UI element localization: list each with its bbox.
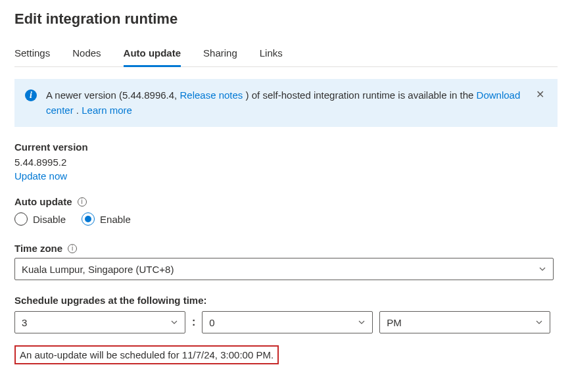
auto-update-label: Auto update i <box>14 196 558 207</box>
tab-sharing[interactable]: Sharing <box>203 43 237 67</box>
schedule-hour-select[interactable]: 3 <box>14 311 185 333</box>
tab-settings[interactable]: Settings <box>14 43 50 67</box>
banner-text: A newer version (5.44.8996.4, Release no… <box>46 88 524 118</box>
chevron-down-icon <box>170 317 178 328</box>
banner-prefix: A newer version (5.44.8996.4, <box>46 89 179 101</box>
auto-update-radio-group: Disable Enable <box>14 212 558 226</box>
time-zone-select[interactable]: Kuala Lumpur, Singapore (UTC+8) <box>14 258 554 280</box>
chevron-down-icon <box>535 317 543 328</box>
info-help-icon[interactable]: i <box>78 197 87 207</box>
close-icon[interactable]: ✕ <box>533 88 547 101</box>
tab-nodes[interactable]: Nodes <box>72 43 101 67</box>
time-zone-label: Time zone i <box>14 243 558 254</box>
auto-update-label-text: Auto update <box>14 196 72 207</box>
time-colon: : <box>192 316 195 328</box>
schedule-label: Schedule upgrades at the following time: <box>14 295 558 306</box>
tabs-bar: Settings Nodes Auto update Sharing Links <box>14 43 558 67</box>
radio-disable[interactable]: Disable <box>14 212 66 226</box>
banner-dot: . <box>74 105 82 116</box>
time-zone-label-text: Time zone <box>14 243 62 254</box>
radio-enable-label: Enable <box>100 214 131 225</box>
tab-links[interactable]: Links <box>260 43 283 67</box>
learn-more-link[interactable]: Learn more <box>82 105 132 116</box>
schedule-ampm-select[interactable]: PM <box>379 311 550 333</box>
release-notes-link[interactable]: Release notes <box>179 89 243 101</box>
schedule-row: 3 : 0 PM <box>14 311 558 333</box>
radio-enable-circle <box>82 212 95 226</box>
scheduled-message: An auto-update will be scheduled for 11/… <box>14 345 279 364</box>
radio-disable-circle <box>14 212 28 226</box>
schedule-ampm-value: PM <box>387 317 402 328</box>
update-now-link[interactable]: Update now <box>14 170 67 182</box>
current-version-value: 5.44.8995.2 <box>14 157 558 168</box>
chevron-down-icon <box>358 317 366 328</box>
info-icon: i <box>25 89 37 101</box>
info-help-icon[interactable]: i <box>68 244 77 253</box>
current-version-label: Current version <box>14 141 558 153</box>
tab-auto-update[interactable]: Auto update <box>124 43 181 67</box>
page-title: Edit integration runtime <box>14 11 558 28</box>
schedule-minute-select[interactable]: 0 <box>202 311 373 333</box>
banner-mid: ) of self-hosted integration runtime is … <box>243 89 476 101</box>
update-available-banner: i A newer version (5.44.8996.4, Release … <box>14 79 558 127</box>
radio-disable-label: Disable <box>33 214 66 225</box>
chevron-down-icon <box>538 264 546 275</box>
radio-enable[interactable]: Enable <box>82 212 131 226</box>
schedule-minute-value: 0 <box>209 317 214 328</box>
schedule-hour-value: 3 <box>22 317 27 328</box>
time-zone-value: Kuala Lumpur, Singapore (UTC+8) <box>22 264 174 275</box>
